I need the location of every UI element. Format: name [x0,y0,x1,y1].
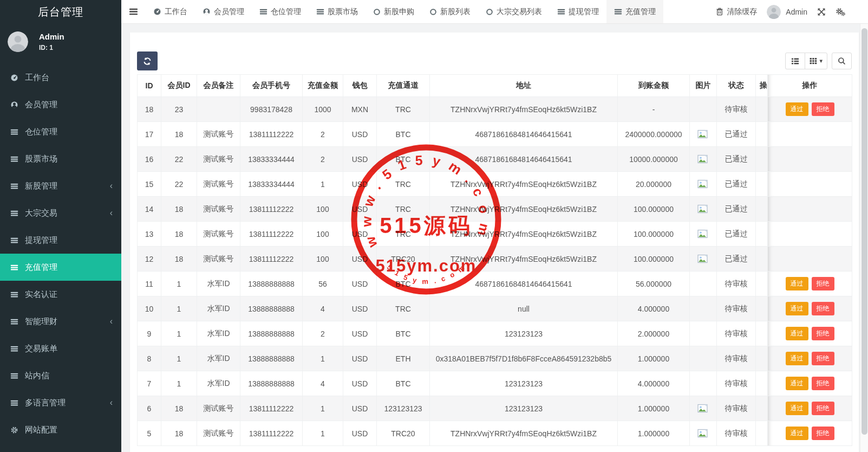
nav-user[interactable]: Admin [767,5,807,19]
nav-tab[interactable]: 提现管理 [550,0,606,23]
list-view-icon [791,57,799,65]
approve-button[interactable]: 通过 [786,427,808,440]
avatar [767,5,781,19]
sidebar-item[interactable]: 网站配置 [0,416,121,443]
sidebar-item[interactable]: 充值管理 [0,254,121,281]
nav-tab[interactable]: 大宗交易列表 [478,0,550,23]
toolbar: ▾ [137,51,852,70]
table-row: 1318测试账号13811112222100USDTRCTZHNrxVwjYRR… [138,222,852,247]
status-text: 待审核 [717,272,756,296]
broken-image-icon[interactable] [697,154,709,164]
cell: TRC [377,197,430,222]
reject-button[interactable]: 拒绝 [812,277,834,290]
approve-button[interactable]: 通过 [786,302,808,315]
sidebar: 后台管理 Admin ID: 1 工作台会员管理仓位管理股票市场新股管理‹大宗交… [0,0,121,452]
sidebar-item[interactable]: 股票市场 [0,145,121,172]
nav-tab[interactable]: 新股列表 [422,0,478,23]
broken-image-icon[interactable] [697,130,709,139]
vertical-scrollbar-thumb[interactable] [862,28,867,435]
sidebar-item[interactable]: 大宗交易‹ [0,199,121,227]
broken-image-icon[interactable] [697,204,709,214]
cell: USD [343,396,377,421]
sidebar-toggle-icon[interactable] [121,0,146,23]
nav-tab[interactable]: 新股申购 [366,0,422,23]
approve-button[interactable]: 通过 [786,327,808,340]
cell: USD [343,421,377,446]
reject-button[interactable]: 拒绝 [812,402,834,415]
sidebar-item[interactable]: 多语言管理‹ [0,389,121,416]
sidebar-item[interactable]: 实名认证 [0,281,121,308]
list-view-button[interactable] [785,53,805,69]
nav-tab[interactable]: 股票市场 [309,0,366,23]
optime-cell [756,272,768,296]
cell: TRC [377,97,430,122]
image-cell[interactable] [690,222,717,247]
approve-button[interactable]: 通过 [786,277,808,290]
cell: USD [343,371,377,396]
broken-image-icon[interactable] [697,229,709,239]
fullscreen-icon[interactable] [817,8,826,16]
reject-button[interactable]: 拒绝 [812,352,834,365]
approve-button[interactable]: 通过 [786,402,808,415]
image-cell[interactable] [690,396,717,421]
cell: 水军ID [197,321,240,346]
bars-icon [10,318,19,326]
reject-button[interactable]: 拒绝 [812,327,834,340]
cell: 13811112222 [240,222,303,247]
image-cell[interactable] [690,421,717,446]
settings-gears-icon[interactable] [836,8,845,16]
table-row: 71水军ID138888888884USDBTC1231231234.00000… [138,371,852,396]
status-text: 已通过 [717,172,756,197]
nav-tab[interactable]: 充值管理 [606,0,663,23]
reject-button[interactable]: 拒绝 [812,427,834,440]
approve-button[interactable]: 通过 [786,377,808,390]
gear-icon [10,426,19,434]
reject-button[interactable]: 拒绝 [812,302,834,315]
status-text: 已通过 [717,197,756,222]
sidebar-item[interactable]: 智能理财‹ [0,308,121,335]
broken-image-icon[interactable] [697,429,709,438]
sidebar-item[interactable]: 会员管理 [0,91,121,118]
columns-view-button[interactable]: ▾ [805,53,827,69]
optime-cell [756,122,768,147]
search-button[interactable] [832,53,852,69]
cell: 6 [138,396,161,421]
sidebar-item[interactable]: 提现管理 [0,227,121,254]
actions-cell: 通过拒绝 [768,346,852,371]
cell: USD [343,122,377,147]
cell: 1.000000 [618,421,690,446]
table-row: 1622测试账号138333344442USDBTC46871861684814… [138,147,852,172]
status-text: 待审核 [717,396,756,421]
refresh-button[interactable] [137,51,158,70]
toolbar-right: ▾ [785,53,852,69]
image-cell[interactable] [690,172,717,197]
approve-button[interactable]: 通过 [786,352,808,365]
cell: 18 [161,247,197,272]
reject-button[interactable]: 拒绝 [812,377,834,390]
bars-icon [614,8,622,16]
clear-cache-button[interactable]: 清除缓存 [716,7,757,17]
broken-image-icon[interactable] [697,254,709,264]
image-cell[interactable] [690,247,717,272]
sidebar-item[interactable]: 交易账单 [0,335,121,362]
nav-tab[interactable]: 工作台 [146,0,195,23]
image-cell[interactable] [690,197,717,222]
image-cell[interactable] [690,122,717,147]
nav-tab[interactable]: 会员管理 [195,0,252,23]
cell: 18 [161,421,197,446]
cell: USD [343,296,377,321]
broken-image-icon[interactable] [697,179,709,189]
nav-tab[interactable]: 仓位管理 [252,0,309,23]
image-cell [690,321,717,346]
image-cell[interactable] [690,147,717,172]
approve-button[interactable]: 通过 [786,102,808,116]
cell: ETH [377,346,430,371]
broken-image-icon[interactable] [697,404,709,414]
sidebar-item[interactable]: 工作台 [0,64,121,91]
chevron-left-icon: ‹ [110,317,113,326]
cell: USD [343,222,377,247]
sidebar-item[interactable]: 仓位管理 [0,118,121,145]
sidebar-item[interactable]: 新股管理‹ [0,172,121,199]
sidebar-item[interactable]: 站内信 [0,362,121,389]
reject-button[interactable]: 拒绝 [812,102,834,116]
